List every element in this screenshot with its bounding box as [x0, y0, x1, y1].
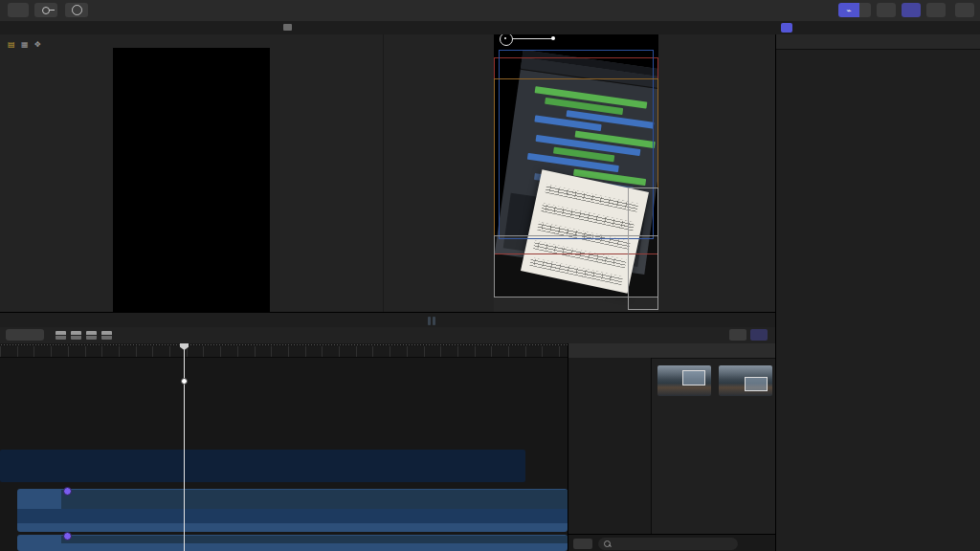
video-content-score-sheet — [521, 169, 649, 293]
crop-tool-button[interactable] — [29, 316, 31, 324]
effects-header — [568, 343, 776, 359]
inspector-header — [776, 34, 980, 50]
audio-meters-toggle-button[interactable] — [926, 3, 946, 17]
inspector-panel — [775, 34, 980, 551]
event-viewer-pane: ▤ ▦ ✥ — [0, 34, 383, 312]
viewer-control-bar — [0, 312, 775, 328]
event-viewer-frame — [113, 48, 270, 312]
audio-clip-filmstrip — [61, 490, 568, 509]
keyword-editor-button[interactable] — [34, 3, 57, 17]
color-inspector-tab[interactable] — [827, 23, 838, 33]
connect-clip-button[interactable] — [56, 331, 66, 340]
marker-dot[interactable] — [63, 532, 72, 540]
object-tracker-button[interactable]: ⌁ — [838, 3, 859, 17]
inspector-tab-bar — [777, 21, 980, 34]
viewer-canvas[interactable] — [494, 34, 658, 312]
index-button[interactable] — [6, 329, 44, 341]
audio-clip-waveform-area — [17, 509, 568, 523]
append-clip-button[interactable] — [86, 331, 97, 340]
main-viewer-pane — [383, 34, 776, 312]
search-input[interactable] — [598, 538, 738, 550]
marker-dot[interactable] — [63, 487, 72, 496]
import-media-button[interactable] — [8, 3, 29, 17]
timeline[interactable] — [0, 343, 568, 551]
final-cut-pro-window: ⌁ ▤ ▦ ✥ — [0, 0, 980, 551]
transform-anchor-handle[interactable] — [500, 34, 513, 46]
keyframe-dot[interactable] — [181, 378, 188, 385]
share-button[interactable] — [955, 3, 974, 17]
sidebar-toggle-button[interactable] — [573, 539, 592, 549]
effect-item-callout[interactable] — [656, 365, 713, 399]
viewer-compare-icon[interactable]: ✥ — [34, 40, 41, 49]
key-icon — [42, 7, 50, 14]
effects-category-list — [568, 358, 652, 534]
transform-rotation-handle[interactable] — [551, 36, 555, 40]
stage-bottom-margin — [494, 297, 658, 312]
effects-items — [652, 358, 776, 534]
viewer-overlay-icon[interactable]: ▤ — [8, 40, 15, 49]
transform-rotation-line — [512, 38, 552, 39]
playhead[interactable] — [184, 343, 185, 551]
project-icon — [283, 24, 292, 31]
video-clip-label — [0, 450, 525, 457]
effect-item-picture-in-picture[interactable] — [717, 365, 774, 399]
check-circle-icon — [72, 5, 82, 15]
effects-search-bar — [568, 534, 776, 551]
background-tasks-button[interactable] — [65, 3, 88, 17]
video-inspector-tab[interactable] — [781, 23, 792, 33]
effects-browser-panel — [568, 343, 776, 551]
browser-toggle-button[interactable] — [877, 3, 896, 17]
text-inspector-tab[interactable] — [796, 23, 808, 33]
effects-browser-button[interactable] — [750, 329, 768, 341]
insert-clip-button[interactable] — [71, 331, 81, 340]
effect-thumbnail — [657, 365, 711, 396]
audio-clip-1[interactable] — [17, 489, 568, 532]
audio-clip-2[interactable] — [17, 535, 568, 551]
viewer-grid-icon[interactable]: ▦ — [21, 40, 29, 49]
timeline-ruler[interactable] — [0, 346, 568, 358]
video-clip-thumbnails — [0, 457, 525, 482]
info-inspector-tab[interactable] — [842, 23, 854, 33]
timeline-toggle-button[interactable] — [902, 3, 921, 17]
tracker-dropdown-button[interactable] — [859, 3, 871, 17]
main-toolbar: ⌁ — [0, 0, 980, 22]
tracker-icon: ⌁ — [846, 6, 851, 15]
overwrite-clip-button[interactable] — [101, 331, 112, 340]
transform-tool-button[interactable] — [8, 316, 10, 324]
retime-button[interactable] — [50, 316, 52, 324]
generator-inspector-tab[interactable] — [812, 23, 823, 33]
audio-meters-icon[interactable] — [428, 317, 435, 325]
search-icon — [604, 540, 611, 547]
timeline-toolbar — [0, 327, 775, 344]
video-clip[interactable] — [0, 450, 525, 482]
clip-appearance-button[interactable] — [729, 329, 746, 341]
audio-clip-filmstrip — [61, 536, 568, 543]
effect-thumbnail — [719, 365, 772, 396]
